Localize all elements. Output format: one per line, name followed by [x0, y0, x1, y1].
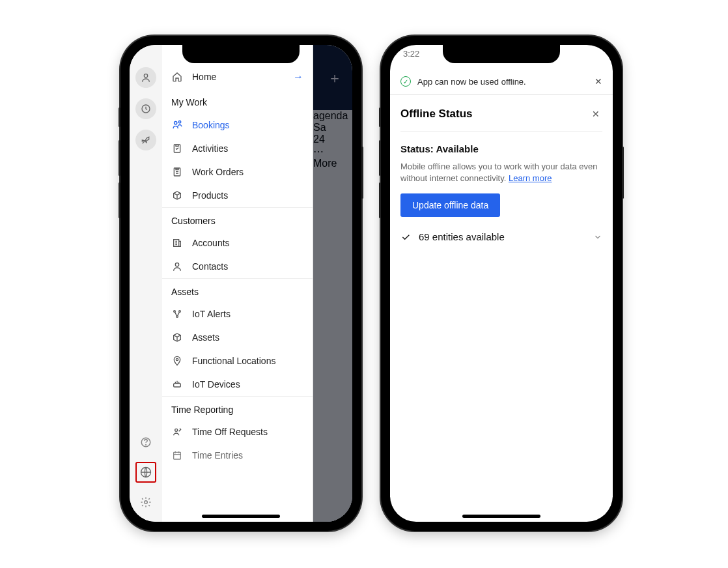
- nav-label: Activities: [192, 143, 228, 154]
- accounts-icon: [171, 238, 183, 248]
- nav-iot-alerts[interactable]: IoT Alerts: [162, 302, 313, 326]
- nav-bookings[interactable]: Bookings: [162, 113, 313, 137]
- chevron-down-icon: [593, 233, 602, 242]
- section-header-customers: Customers: [162, 207, 313, 231]
- toast-message: App can now be used offline.: [417, 77, 526, 87]
- nav-timeoff[interactable]: Time Off Requests: [162, 420, 313, 444]
- nav-contacts[interactable]: Contacts: [162, 255, 313, 278]
- svg-point-7: [178, 121, 181, 123]
- nav-label: Assets: [192, 332, 219, 343]
- svg-point-11: [175, 263, 178, 266]
- svg-point-17: [175, 429, 178, 431]
- help-icon: [140, 436, 152, 448]
- nav-products[interactable]: Products: [162, 184, 313, 207]
- svg-point-14: [176, 316, 178, 318]
- nav-label: Contacts: [192, 261, 228, 272]
- offline-status-button[interactable]: [135, 462, 156, 483]
- svg-point-12: [174, 311, 176, 313]
- globe-icon: [139, 466, 152, 479]
- workorders-icon: [171, 167, 183, 177]
- svg-rect-16: [174, 384, 181, 387]
- check-icon: [400, 232, 411, 242]
- nav-timeentries[interactable]: Time Entries: [162, 444, 313, 467]
- svg-rect-18: [174, 452, 181, 459]
- panel-close-button[interactable]: ✕: [589, 106, 602, 122]
- phone-frame-left: ＋ agenda Sa 24 ⋯ More: [120, 36, 361, 531]
- status-bar-time: 3:22: [403, 49, 419, 59]
- assets-icon: [171, 332, 183, 343]
- iot-devices-icon: [171, 379, 183, 390]
- pin-icon: [141, 135, 151, 145]
- home-icon: [171, 72, 183, 82]
- gear-icon: [140, 496, 152, 508]
- nav-label: IoT Alerts: [192, 309, 231, 319]
- update-offline-data-button[interactable]: Update offline data: [400, 193, 500, 217]
- products-icon: [171, 190, 183, 201]
- section-header-mywork: My Work: [162, 89, 313, 113]
- nav-label: Work Orders: [192, 167, 244, 177]
- contacts-icon: [171, 261, 183, 272]
- offline-toast: ✓ App can now be used offline. ✕: [390, 68, 613, 95]
- timeentries-icon: [171, 450, 183, 461]
- help-button[interactable]: [135, 432, 156, 453]
- arrow-right-icon: →: [293, 71, 303, 83]
- nav-label: Time Off Requests: [192, 427, 268, 437]
- nav-label: Time Entries: [192, 450, 243, 461]
- success-check-icon: ✓: [400, 76, 411, 87]
- offline-description: Mobile offline allows you to work with y…: [400, 161, 602, 184]
- panel-title: Offline Status: [400, 107, 473, 121]
- profile-button[interactable]: [135, 67, 156, 88]
- svg-point-5: [145, 501, 148, 504]
- svg-point-3: [146, 444, 147, 445]
- nav-locations[interactable]: Functional Locations: [162, 349, 313, 373]
- learn-more-link[interactable]: Learn more: [509, 173, 552, 183]
- nav-label: Accounts: [192, 238, 230, 248]
- rail: [130, 45, 162, 522]
- nav-accounts[interactable]: Accounts: [162, 231, 313, 255]
- timeoff-icon: [171, 427, 183, 437]
- pinned-button[interactable]: [135, 130, 156, 150]
- clock-icon: [141, 104, 151, 114]
- section-header-time: Time Reporting: [162, 396, 313, 420]
- svg-point-0: [144, 74, 147, 78]
- nav-label: Functional Locations: [192, 356, 275, 366]
- person-icon: [141, 72, 151, 83]
- entities-row[interactable]: 69 entities available: [400, 231, 602, 242]
- toast-close-button[interactable]: ✕: [595, 76, 602, 87]
- nav-label: Home: [192, 72, 216, 82]
- iot-alerts-icon: [171, 309, 183, 319]
- offline-status-panel: Offline Status ✕ Status: Available Mobil…: [390, 97, 613, 242]
- svg-point-6: [174, 122, 176, 124]
- recent-button[interactable]: [135, 98, 156, 119]
- settings-button[interactable]: [135, 492, 156, 513]
- nav-assets[interactable]: Assets: [162, 326, 313, 349]
- activities-icon: [171, 143, 183, 154]
- status-line: Status: Available: [400, 143, 602, 154]
- nav-label: Bookings: [192, 120, 230, 130]
- nav-home[interactable]: Home →: [162, 64, 313, 89]
- nav-activities[interactable]: Activities: [162, 137, 313, 160]
- bookings-icon: [171, 119, 183, 130]
- nav-workorders[interactable]: Work Orders: [162, 160, 313, 184]
- nav-label: Products: [192, 190, 228, 201]
- locations-icon: [171, 356, 183, 366]
- phone-frame-right: 3:22 ✓ App can now be used offline. ✕ Of…: [381, 36, 622, 531]
- nav-iot-devices[interactable]: IoT Devices: [162, 373, 313, 396]
- section-header-assets: Assets: [162, 278, 313, 302]
- entities-count: 69 entities available: [419, 231, 505, 242]
- nav-label: IoT Devices: [192, 379, 240, 390]
- sitemap-panel: Home → My Work Bookings Activities: [162, 45, 313, 522]
- svg-point-13: [179, 311, 181, 313]
- svg-point-15: [176, 358, 178, 360]
